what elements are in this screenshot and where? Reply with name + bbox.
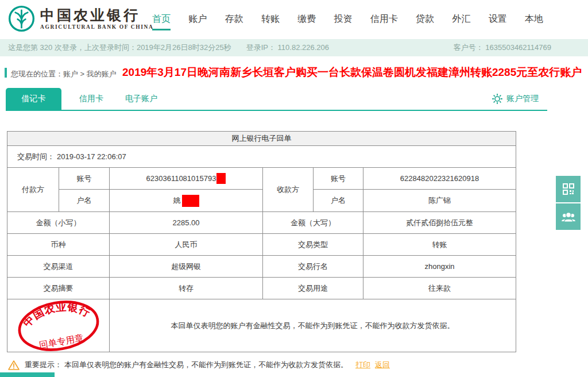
row-label: 交易渠道 xyxy=(7,256,110,278)
bank-logo-text: 中国农业银行 AGRICULTURAL BANK OF CHINA xyxy=(40,7,153,30)
nav-item-loans[interactable]: 贷款 xyxy=(416,13,434,25)
payer-account-value: 62303611081015793 xyxy=(110,168,263,190)
e-receipt-table: 网上银行电子回单 交易时间： 2019-03-17 22:06:07 付款方 账… xyxy=(7,131,516,352)
bank-receipt-stamp: 中国农业银行 回单专用章 xyxy=(9,293,107,358)
row-value: 超级网银 xyxy=(110,256,263,278)
stamp-cell: 中国农业银行 回单专用章 xyxy=(7,299,110,352)
main-nav: 首页 账户 存款 转账 缴费 投资 信用卡 贷款 外汇 设置 本地 xyxy=(152,0,543,38)
bank-logo-icon xyxy=(8,5,35,32)
stamp-row: 中国农业银行 回单专用章 本回单仅表明您的账户有金融性交易，不能作为到账凭证，不… xyxy=(7,299,516,352)
warning-icon xyxy=(8,360,20,371)
payer-name-label: 户名 xyxy=(59,190,110,212)
stamp-bottom-text: 回单专用章 xyxy=(38,332,84,349)
qr-code-icon xyxy=(562,182,575,196)
login-info-bar: 这是您第 320 次登录，上次登录时间：2019年2月26日8时32分25秒 登… xyxy=(0,39,588,56)
redaction-box xyxy=(182,195,199,207)
breadcrumb-accent-bar xyxy=(5,68,7,78)
breadcrumb: 您现在的位置：账户 > 我的账户 xyxy=(11,69,117,79)
payer-name-value: 姚 xyxy=(110,190,263,212)
nav-item-home[interactable]: 首页 xyxy=(152,13,171,25)
header: 中国农业银行 AGRICULTURAL BANK OF CHINA 首页 账户 … xyxy=(0,0,588,38)
payer-section-label: 付款方 xyxy=(7,168,59,212)
important-notice: 重要提示：本回单仅表明您的账户有金融性交易，不能作为到账凭证，不能作为收款方发货… xyxy=(8,356,390,374)
tabs-underline xyxy=(6,110,547,111)
account-manage-button[interactable]: 账户管理 xyxy=(492,88,539,110)
row-label: 交易用途 xyxy=(263,278,363,299)
transaction-time-row: 交易时间： 2019-03-17 22:06:07 xyxy=(7,146,516,168)
side-toolbar xyxy=(556,176,581,230)
row-label: 币种 xyxy=(7,234,110,256)
payee-account-label: 账号 xyxy=(314,168,363,190)
nav-item-investment[interactable]: 投资 xyxy=(334,13,352,25)
annotation-text: 2019年3月17日晚河南新乡长垣客户购买一台长款保温卷圆机发福建漳州转账228… xyxy=(122,65,582,80)
row-value: 贰仟贰佰捌拾伍元整 xyxy=(363,212,516,234)
back-link[interactable]: 返回 xyxy=(375,360,390,370)
row-value: zhongxin xyxy=(363,256,516,278)
nav-item-deposits[interactable]: 存款 xyxy=(225,13,243,25)
customer-service-button[interactable] xyxy=(556,203,581,230)
row-value: 2285.00 xyxy=(110,212,263,234)
breadcrumb-row: 您现在的位置：账户 > 我的账户 2019年3月17日晚河南新乡长垣客户购买一台… xyxy=(0,60,588,86)
receipt-disclaimer: 本回单仅表明您的账户有金融性交易，不能作为到账凭证，不能作为收款方发货依据。 xyxy=(110,299,516,352)
payer-account-number: 62303611081015793 xyxy=(146,174,216,183)
row-value: 人民币 xyxy=(110,234,263,256)
account-tabs: 借记卡 信用卡 电子账户 账户管理 xyxy=(0,87,588,111)
payer-account-label: 账号 xyxy=(59,168,110,190)
payee-account-value: 6228482022321620918 xyxy=(363,168,516,190)
print-link[interactable]: 打印 xyxy=(355,360,370,370)
row-value: 转存 xyxy=(110,278,263,299)
bank-name-en: AGRICULTURAL BANK OF CHINA xyxy=(40,24,153,30)
receipt-title: 网上银行电子回单 xyxy=(7,132,516,146)
nav-item-local[interactable]: 本地 xyxy=(525,13,543,25)
row-label: 交易类型 xyxy=(263,234,363,256)
row-value: 转账 xyxy=(363,234,516,256)
bank-logo: 中国农业银行 AGRICULTURAL BANK OF CHINA xyxy=(8,5,153,32)
payee-name-label: 户名 xyxy=(314,190,363,212)
login-ip-text: 登录IP： 110.82.226.206 xyxy=(246,43,329,53)
nav-item-credit-card[interactable]: 信用卡 xyxy=(370,13,398,25)
customer-number-text: 客户号： 1635503462114769 xyxy=(454,43,551,53)
nav-item-accounts[interactable]: 账户 xyxy=(188,13,207,25)
payee-section-label: 收款方 xyxy=(263,168,314,212)
tab-debit-card[interactable]: 借记卡 xyxy=(6,88,61,110)
row-label: 金额（小写） xyxy=(7,212,110,234)
nav-item-transfer[interactable]: 转账 xyxy=(261,13,280,25)
tab-credit-card[interactable]: 信用卡 xyxy=(74,88,109,110)
qr-code-button[interactable] xyxy=(556,176,581,202)
row-label: 交易行名 xyxy=(263,256,363,278)
detail-rows-grid: 金额（小写） 2285.00 金额（大写） 贰仟贰佰捌拾伍元整 币种 人民币 交… xyxy=(7,212,516,299)
nav-item-settings[interactable]: 设置 xyxy=(489,13,507,25)
row-value: 往来款 xyxy=(363,278,516,299)
abc-online-banking-page: 中国农业银行 AGRICULTURAL BANK OF CHINA 首页 账户 … xyxy=(0,0,588,377)
payee-name-value: 陈广锦 xyxy=(363,190,516,212)
tab-e-account[interactable]: 电子账户 xyxy=(117,88,166,110)
transaction-time-value: 2019-03-17 22:06:07 xyxy=(57,152,126,161)
people-icon xyxy=(561,209,576,224)
notice-text: 本回单仅表明您的账户有金融性交易，不能作为到账凭证，不能作为收款方发货依据。 xyxy=(64,360,348,370)
redaction-box xyxy=(216,173,226,184)
payer-payee-grid: 付款方 账号 62303611081015793 收款方 账号 62284820… xyxy=(7,168,516,212)
login-count-text: 这是您第 320 次登录，上次登录时间：2019年2月26日8时32分25秒 xyxy=(8,43,231,53)
transaction-time-label: 交易时间： xyxy=(17,152,55,162)
nav-item-payments[interactable]: 缴费 xyxy=(297,13,316,25)
notice-label: 重要提示： xyxy=(25,360,62,370)
gear-icon xyxy=(492,94,502,104)
row-label: 金额（大写） xyxy=(263,212,363,234)
bank-name-cn: 中国农业银行 xyxy=(40,7,153,24)
account-manage-label: 账户管理 xyxy=(506,94,539,104)
nav-item-forex[interactable]: 外汇 xyxy=(452,13,470,25)
footer-bar-fragment xyxy=(0,372,55,377)
payer-name: 姚 xyxy=(173,195,181,206)
